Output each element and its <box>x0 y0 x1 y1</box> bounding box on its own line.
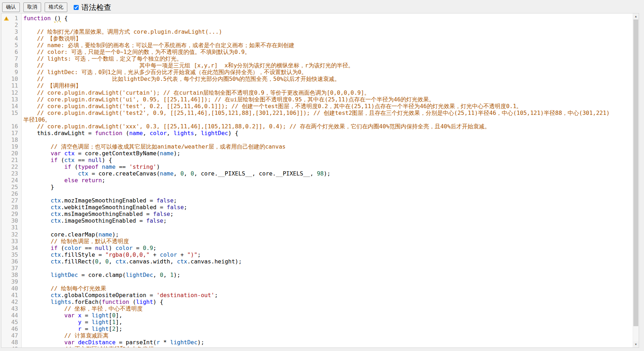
code-line-text: // 正方形区域的直径和左上角坐标 <box>21 346 633 348</box>
code-line[interactable]: 16 // core.plugin.drawLight('xxx', 0.3, … <box>1 123 633 130</box>
code-line-text: // name: 必填，要绘制到的画布名；可以是一个系统画布，或者是个自定义画布… <box>21 42 633 49</box>
code-line[interactable]: 20 var ctx = core.getContextByName(name)… <box>1 150 633 157</box>
code-line[interactable]: 42 lights.forEach(function (light) { <box>1 299 633 305</box>
code-line[interactable]: 21 if (ctx == null) { <box>1 157 633 163</box>
code-editor[interactable]: 1function () {23 // 绘制灯光/漆黑层效果。调用方式 core… <box>1 13 639 348</box>
code-line[interactable]: 30 ctx.imageSmoothingEnabled = false; <box>1 217 633 224</box>
code-line[interactable]: 47 // 计算衰减距离 <box>1 332 633 339</box>
code-line[interactable]: 23 ctx = core.createCanvas(name, 0, 0, c… <box>1 170 633 177</box>
code-line[interactable]: 33 // 绘制色调层，默认不透明度 <box>1 238 633 245</box>
code-line[interactable]: 25 } <box>1 184 633 190</box>
syntax-check-toggle[interactable]: 语法检查 <box>74 2 111 12</box>
code-line[interactable]: 38 lightDec = core.clamp(lightDec, 0, 1)… <box>1 272 633 278</box>
code-line[interactable]: 17 this.drawLight = function (name, colo… <box>1 130 633 136</box>
code-line-text: core.clearMap(name); <box>21 231 633 238</box>
code-line[interactable]: 32 core.clearMap(name); <box>1 231 633 238</box>
line-number: 29 <box>1 211 21 217</box>
code-line[interactable]: 45 y = light[1], <box>1 319 633 325</box>
code-line-text: ctx.fillRect(0, 0, ctx.canvas.width, ctx… <box>21 258 633 265</box>
code-line[interactable]: 9 // lightDec: 可选，0到1之间，光从多少百分比才开始衰减（在此范… <box>1 69 633 76</box>
line-number: 33 <box>1 238 21 245</box>
code-line[interactable]: 2 <box>1 22 633 28</box>
line-number: 39 <box>1 278 21 285</box>
code-line-text: // lightDec: 可选，0到1之间，光从多少百分比才开始衰减（在此范围内… <box>21 69 633 76</box>
code-line[interactable]: 4 // 【参数说明】 <box>1 35 633 42</box>
line-number: 23 <box>1 170 21 177</box>
code-line[interactable]: 27 ctx.mozImageSmoothingEnabled = false; <box>1 197 633 204</box>
code-line[interactable]: 46 r = light[2]; <box>1 325 633 332</box>
code-lines[interactable]: 1function () {23 // 绘制灯光/漆黑层效果。调用方式 core… <box>1 13 633 348</box>
code-line[interactable]: 36 ctx.fillRect(0, 0, ctx.canvas.width, … <box>1 258 633 265</box>
code-line[interactable]: 39 <box>1 278 633 285</box>
code-line[interactable]: 7 // lights: 可选，一个数组，定义了每个独立的灯光。 <box>1 55 633 62</box>
line-number: 18 <box>1 136 21 143</box>
code-line[interactable]: 8 // 其中每一项是三元组 [x,y,r] x和y分别为该灯光的横纵坐标，r为… <box>1 62 633 69</box>
line-number: 16 <box>1 123 21 130</box>
line-number: 34 <box>1 245 21 251</box>
line-number: 9 <box>1 69 21 76</box>
line-number: 36 <box>1 258 21 265</box>
code-line[interactable]: 24 else return; <box>1 177 633 184</box>
code-line[interactable]: 15 // core.plugin.drawLight('test2', 0.9… <box>1 110 633 123</box>
confirm-button[interactable]: 确认 <box>2 2 20 12</box>
scroll-down-icon[interactable]: ▼ <box>633 341 639 347</box>
code-line-text: // 计算衰减距离 <box>21 332 633 339</box>
line-number: 13 <box>1 96 21 103</box>
code-line[interactable]: 40 // 绘制每个灯光效果 <box>1 285 633 292</box>
code-line[interactable]: 35 ctx.fillStyle = "rgba(0,0,0," + color… <box>1 251 633 258</box>
toolbar: 确认 取消 格式化 语法检查 <box>0 0 644 13</box>
code-line[interactable]: 34 if (color == null) color = 0.9; <box>1 245 633 251</box>
line-number: 24 <box>1 177 21 184</box>
code-line[interactable]: 43 // 坐标，半径，中心不透明度 <box>1 305 633 312</box>
code-line[interactable]: 28 ctx.webkitImageSmoothingEnabled = fal… <box>1 204 633 211</box>
line-number: 37 <box>1 265 21 272</box>
line-number: 42 <box>1 299 21 305</box>
code-line[interactable]: 18 <box>1 136 633 143</box>
line-number: 35 <box>1 251 21 258</box>
code-line[interactable]: 11 // 【调用样例】 <box>1 82 633 89</box>
line-number: 31 <box>1 224 21 231</box>
code-line[interactable]: 22 if (typeof name == 'string') <box>1 163 633 170</box>
code-line[interactable]: 31 <box>1 224 633 231</box>
code-line[interactable]: 19 // 清空色调层；也可以修改成其它层比如animate/weather层，… <box>1 143 633 150</box>
code-line[interactable]: 3 // 绘制灯光/漆黑层效果。调用方式 core.plugin.drawLig… <box>1 28 633 35</box>
code-line-text: // core.plugin.drawLight('curtain'); // … <box>21 89 633 96</box>
code-line-text: // 坐标，半径，中心不透明度 <box>21 305 633 312</box>
line-number: 1 <box>1 15 21 22</box>
code-line-text: lights.forEach(function (light) { <box>21 299 633 305</box>
syntax-check-checkbox[interactable] <box>74 5 79 10</box>
code-line[interactable]: 37 <box>1 265 633 272</box>
code-line[interactable]: 6 // color: 可选，只能是一个0~1之间的数，为不透明度的值。不填则默… <box>1 49 633 55</box>
format-button[interactable]: 格式化 <box>45 2 67 12</box>
code-line[interactable]: 12 // core.plugin.drawLight('curtain'); … <box>1 89 633 96</box>
code-line[interactable]: 13 // core.plugin.drawLight('ui', 0.95, … <box>1 96 633 103</box>
code-line[interactable]: 29 ctx.msImageSmoothingEnabled = false; <box>1 211 633 217</box>
line-number: 8 <box>1 62 21 69</box>
scrollbar-thumb[interactable] <box>633 20 638 326</box>
code-line-text: ctx = core.createCanvas(name, 0, 0, core… <box>21 170 633 177</box>
vertical-scrollbar[interactable]: ▲ ▼ <box>633 13 639 347</box>
code-line[interactable]: 49 // 正方形区域的直径和左上角坐标 <box>1 346 633 348</box>
code-line-text: // 【参数说明】 <box>21 35 633 42</box>
code-line-text: // core.plugin.drawLight('xxx', 0.3, [[2… <box>21 123 633 130</box>
line-number: 25 <box>1 184 21 190</box>
code-line[interactable]: 1function () { <box>1 15 633 22</box>
code-line-text: y = light[1], <box>21 319 633 325</box>
code-line[interactable]: 14 // core.plugin.drawLight('test', 0.2,… <box>1 103 633 110</box>
scroll-up-icon[interactable]: ▲ <box>633 13 639 20</box>
code-line-text: if (color == null) color = 0.9; <box>21 245 633 251</box>
syntax-check-label: 语法检查 <box>81 2 111 12</box>
code-line-text: // 其中每一项是三元组 [x,y,r] x和y分别为该灯光的横纵坐标，r为该灯… <box>21 62 633 69</box>
code-line[interactable]: 44 var x = light[0], <box>1 312 633 319</box>
code-line-text: // 比如lightDec为0.5代表，每个灯光部分内圈50%的范围全亮，50%… <box>21 76 633 82</box>
cancel-button[interactable]: 取消 <box>23 2 41 12</box>
code-line[interactable]: 26 <box>1 190 633 197</box>
line-number: 49 <box>1 346 21 348</box>
line-number: 3 <box>1 28 21 35</box>
code-line[interactable]: 5 // name: 必填，要绘制到的画布名；可以是一个系统画布，或者是个自定义… <box>1 42 633 49</box>
code-line[interactable]: 10 // 比如lightDec为0.5代表，每个灯光部分内圈50%的范围全亮，… <box>1 76 633 82</box>
line-number: 22 <box>1 163 21 170</box>
code-line[interactable]: 48 var decDistance = parseInt(r * lightD… <box>1 339 633 346</box>
line-number: 48 <box>1 339 21 346</box>
code-line[interactable]: 41 ctx.globalCompositeOperation = 'desti… <box>1 292 633 299</box>
